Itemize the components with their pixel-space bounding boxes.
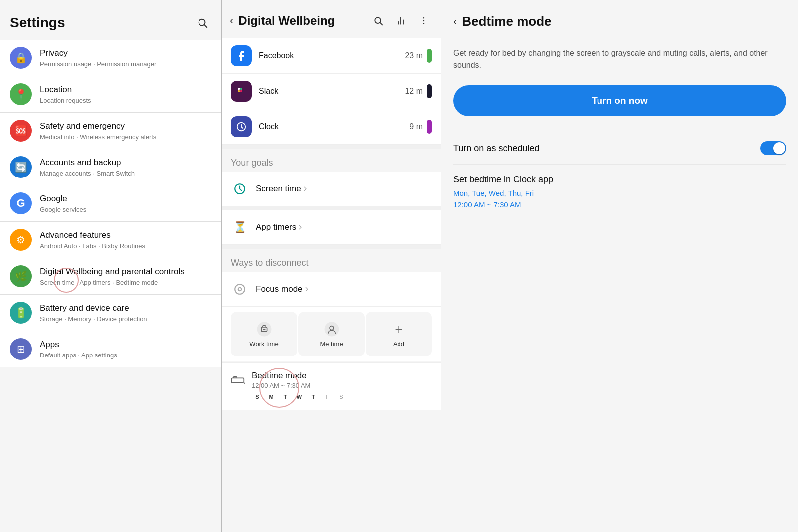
settings-item-safety[interactable]: 🆘Safety and emergencyMedical info · Wire… (0, 113, 221, 149)
search-button-2[interactable] (369, 12, 387, 30)
clock-setting[interactable]: Set bedtime in Clock app Mon, Tue, Wed, … (453, 165, 786, 220)
settings-item-apps[interactable]: ⊞AppsDefault apps · App settings (0, 331, 221, 367)
svg-rect-13 (240, 90, 242, 92)
add-focus-card[interactable]: + Add (366, 312, 432, 356)
svg-point-7 (423, 17, 425, 19)
apps-sublabel: Default apps · App settings (40, 352, 211, 359)
turn-on-button[interactable]: Turn on now (453, 85, 786, 116)
search-button[interactable] (194, 14, 211, 32)
settings-title: Settings (10, 15, 65, 31)
app-timers-icon: ⏳ (231, 218, 249, 236)
day-S-6: S (336, 391, 347, 402)
stats-button[interactable] (392, 12, 410, 30)
app-usage-list: Facebook23 m Slack12 mClock9 m (222, 38, 441, 145)
screen-time-icon (231, 180, 249, 198)
svg-rect-10 (238, 88, 240, 90)
advanced-icon: ⚙ (10, 229, 32, 251)
svg-point-17 (238, 288, 242, 291)
panel3-content: Get ready for bed by changing the screen… (441, 37, 798, 230)
svg-point-22 (324, 322, 339, 337)
day-M-1: M (266, 391, 277, 402)
settings-item-google[interactable]: GGoogleGoogle services (0, 185, 221, 222)
focus-grid: Work time Me time + Add (222, 307, 441, 361)
settings-header: Settings (0, 0, 221, 40)
digital-sublabel: Screen time · App timers · Bedtime mode (40, 279, 211, 286)
focus-mode-label: Focus mode (256, 284, 303, 294)
slack-usage-dot (427, 84, 432, 98)
clock-setting-label: Set bedtime in Clock app (453, 175, 786, 185)
clock-time: 12:00 AM ~ 7:30 AM (453, 199, 786, 211)
settings-item-privacy[interactable]: 🔒PrivacyPermission usage · Permission ma… (0, 40, 221, 76)
bedtime-label: Bedtime mode (252, 371, 432, 381)
chevron-right-icon (301, 185, 309, 193)
clock-name: Clock (259, 122, 409, 131)
clock-usage-dot (427, 120, 432, 134)
svg-line-26 (231, 382, 232, 384)
slack-bar (427, 84, 432, 98)
panel2-title: Digital Wellbeing (238, 14, 369, 28)
accounts-label: Accounts and backup (40, 157, 211, 168)
svg-point-16 (235, 284, 245, 294)
digital-wellbeing-panel: ‹ Digital Wellbeing Facebook23 m (222, 0, 441, 532)
schedule-toggle[interactable] (760, 141, 786, 155)
slack-time: 12 m (405, 87, 423, 96)
day-F-5: F (322, 391, 333, 402)
chevron-right-icon-3 (303, 285, 311, 293)
app-item-clock[interactable]: Clock9 m (222, 109, 441, 145)
focus-mode-item[interactable]: Focus mode (222, 272, 441, 307)
battery-label: Battery and device care (40, 303, 211, 314)
focus-mode-icon (231, 280, 249, 298)
svg-rect-11 (238, 90, 240, 92)
me-time-label: Me time (320, 340, 343, 348)
schedule-setting-row: Turn on as scheduled (453, 132, 786, 165)
privacy-icon: 🔒 (10, 47, 32, 69)
accounts-sublabel: Manage accounts · Smart Switch (40, 170, 211, 177)
facebook-usage-dot (427, 49, 432, 63)
battery-icon: 🔋 (10, 302, 32, 324)
screen-time-item[interactable]: Screen time (222, 172, 441, 206)
clock-icon (231, 116, 252, 137)
bedtime-icon (231, 372, 245, 385)
header-icons (194, 14, 211, 32)
accounts-icon: 🔄 (10, 156, 32, 178)
facebook-icon (231, 45, 252, 66)
google-sublabel: Google services (40, 206, 211, 213)
more-button[interactable] (415, 12, 433, 30)
panel3-title: Bedtime mode (462, 14, 551, 29)
goals-section-header: Your goals (222, 149, 441, 172)
settings-item-digital[interactable]: 🌿Digital Wellbeing and parental controls… (0, 258, 221, 295)
settings-panel: Settings 🔒PrivacyPermission usage · Perm… (0, 0, 222, 532)
location-icon: 📍 (10, 83, 32, 105)
svg-rect-25 (233, 377, 237, 378)
safety-label: Safety and emergency (40, 121, 211, 132)
settings-item-advanced[interactable]: ⚙Advanced featuresAndroid Auto · Labs · … (0, 222, 221, 258)
day-W-3: W (294, 391, 305, 402)
bedtime-time: 12:00 AM ~ 7:30 AM (252, 382, 432, 389)
me-time-card[interactable]: Me time (298, 312, 365, 356)
settings-item-location[interactable]: 📍LocationLocation requests (0, 76, 221, 113)
facebook-bar (427, 49, 432, 63)
advanced-sublabel: Android Auto · Labs · Bixby Routines (40, 242, 211, 250)
back-button-3[interactable]: ‹ (453, 15, 457, 28)
work-time-card[interactable]: Work time (231, 312, 297, 356)
privacy-label: Privacy (40, 48, 211, 59)
bedtime-days-row: SMTWTFS (252, 391, 432, 402)
google-icon: G (10, 192, 32, 214)
panel2-header: ‹ Digital Wellbeing (222, 0, 441, 38)
settings-item-accounts[interactable]: 🔄Accounts and backupManage accounts · Sm… (0, 149, 221, 185)
app-item-facebook[interactable]: Facebook23 m (222, 38, 441, 74)
back-button[interactable]: ‹ (230, 14, 233, 27)
settings-list: 🔒PrivacyPermission usage · Permission ma… (0, 40, 221, 367)
bedtime-mode-item[interactable]: Bedtime mode 12:00 AM ~ 7:30 AM SMTWTFS (222, 362, 441, 410)
schedule-label: Turn on as scheduled (453, 143, 539, 154)
app-item-slack[interactable]: Slack12 m (222, 74, 441, 109)
disconnect-section-header: Ways to disconnect (222, 249, 441, 272)
safety-icon: 🆘 (10, 120, 32, 142)
day-T-4: T (308, 391, 319, 402)
panel3-header: ‹ Bedtime mode (441, 0, 798, 37)
digital-icon: 🌿 (10, 265, 32, 287)
svg-rect-24 (232, 378, 244, 382)
settings-item-battery[interactable]: 🔋Battery and device careStorage · Memory… (0, 295, 221, 331)
slack-icon (231, 81, 252, 102)
app-timers-item[interactable]: ⏳ App timers (222, 210, 441, 245)
